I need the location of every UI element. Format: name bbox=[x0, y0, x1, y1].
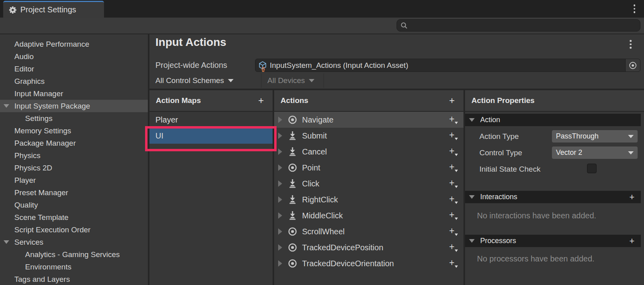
actions-title: Actions bbox=[274, 96, 308, 105]
devices-dropdown[interactable]: All Devices bbox=[267, 73, 314, 89]
add-binding-button[interactable]: + bbox=[449, 163, 458, 172]
sidebar-item-label: Script Execution Order bbox=[0, 226, 90, 234]
expand-arrow-icon[interactable] bbox=[278, 244, 282, 251]
sidebar-item-label: Player bbox=[0, 176, 36, 185]
sidebar-item-scene-template[interactable]: Scene Template bbox=[0, 211, 148, 224]
sidebar-item-physics[interactable]: Physics bbox=[0, 149, 148, 162]
sidebar-item-quality[interactable]: Quality bbox=[0, 199, 148, 211]
control-schemes-dropdown[interactable]: All Control Schemes bbox=[155, 73, 234, 89]
expand-arrow-icon[interactable] bbox=[278, 196, 282, 203]
gear-icon bbox=[9, 6, 17, 14]
search-input[interactable] bbox=[408, 21, 633, 30]
sidebar-item-environments[interactable]: Environments bbox=[0, 261, 148, 273]
processors-section-foldout[interactable]: Processors + bbox=[465, 235, 641, 247]
sidebar-item-label: Tags and Layers bbox=[0, 275, 70, 284]
sidebar-item-adaptive-performance[interactable]: Adaptive Performance bbox=[0, 38, 148, 50]
sidebar-item-input-system-package[interactable]: Input System Package bbox=[0, 100, 148, 112]
vector2-action-icon bbox=[287, 162, 298, 173]
action-section-foldout[interactable]: Action bbox=[465, 114, 641, 126]
initial-state-check-checkbox[interactable] bbox=[587, 164, 597, 173]
sidebar-item-label: Physics 2D bbox=[0, 164, 52, 172]
add-binding-button[interactable]: + bbox=[449, 259, 458, 268]
add-binding-button[interactable]: + bbox=[449, 243, 458, 252]
action-label: Cancel bbox=[302, 147, 327, 156]
project-settings-window: Project Settings Adaptive PerformanceAud… bbox=[0, 0, 644, 285]
expand-arrow-icon[interactable] bbox=[278, 148, 282, 155]
button-action-icon bbox=[287, 131, 298, 141]
vector2-action-icon bbox=[287, 115, 298, 125]
sidebar-item-input-manager[interactable]: Input Manager bbox=[0, 87, 148, 100]
action-row-middleclick[interactable]: MiddleClick+ bbox=[274, 208, 463, 224]
sidebar-item-package-manager[interactable]: Package Manager bbox=[0, 137, 148, 149]
plus-icon: + bbox=[449, 241, 454, 252]
sidebar-item-settings[interactable]: Settings bbox=[0, 112, 148, 125]
add-binding-button[interactable]: + bbox=[449, 147, 458, 156]
action-row-trackeddeviceposition[interactable]: TrackedDevicePosition+ bbox=[274, 239, 463, 255]
add-action-map-button[interactable]: + bbox=[258, 97, 264, 105]
expand-arrow-icon[interactable] bbox=[278, 212, 282, 219]
search-box[interactable] bbox=[397, 19, 640, 32]
expand-arrow-icon[interactable] bbox=[278, 228, 282, 235]
sidebar-item-script-execution-order[interactable]: Script Execution Order bbox=[0, 224, 148, 236]
action-map-label: UI bbox=[149, 131, 163, 141]
action-maps-title: Action Maps bbox=[149, 96, 201, 105]
object-picker-button[interactable] bbox=[625, 59, 640, 71]
add-binding-button[interactable]: + bbox=[449, 227, 458, 236]
sidebar-item-graphics[interactable]: Graphics bbox=[0, 75, 148, 87]
action-row-click[interactable]: Click+ bbox=[274, 176, 463, 192]
expand-arrow-icon[interactable] bbox=[278, 117, 282, 123]
sidebar-item-editor[interactable]: Editor bbox=[0, 63, 148, 75]
plus-icon: + bbox=[449, 194, 454, 204]
action-section-title: Action bbox=[480, 116, 500, 124]
sidebar-item-physics-2d[interactable]: Physics 2D bbox=[0, 162, 148, 174]
sidebar-item-analytics-gaming-services[interactable]: Analytics - Gaming Services bbox=[0, 248, 148, 261]
action-row-submit[interactable]: Submit+ bbox=[274, 128, 463, 144]
tab-project-settings[interactable]: Project Settings bbox=[3, 1, 104, 18]
window-menu-icon[interactable] bbox=[634, 4, 636, 13]
add-binding-button[interactable]: + bbox=[449, 195, 458, 204]
expand-arrow-icon[interactable] bbox=[278, 133, 282, 139]
add-binding-button[interactable]: + bbox=[449, 115, 458, 125]
chevron-down-icon bbox=[228, 79, 234, 82]
add-binding-button[interactable]: + bbox=[449, 179, 458, 188]
sidebar-item-tags-and-layers[interactable]: Tags and Layers bbox=[0, 273, 148, 285]
interactions-title: Interactions bbox=[480, 193, 517, 201]
action-row-scrollwheel[interactable]: ScrollWheel+ bbox=[274, 224, 463, 239]
sidebar-item-player[interactable]: Player bbox=[0, 174, 148, 186]
expand-arrow-icon[interactable] bbox=[278, 260, 282, 267]
add-processor-button[interactable]: + bbox=[629, 236, 634, 246]
action-row-navigate[interactable]: Navigate+ bbox=[274, 112, 463, 128]
action-type-dropdown[interactable]: PassThrough bbox=[552, 130, 638, 142]
interactions-section-foldout[interactable]: Interactions + bbox=[465, 191, 641, 203]
foldout-open-icon[interactable] bbox=[4, 104, 9, 108]
vector2-action-icon bbox=[287, 226, 298, 237]
sidebar-item-audio[interactable]: Audio bbox=[0, 50, 148, 63]
action-list: Navigate+Submit+Cancel+Point+Click+Right… bbox=[274, 112, 463, 271]
action-map-row-player[interactable]: Player bbox=[149, 112, 273, 128]
action-row-cancel[interactable]: Cancel+ bbox=[274, 144, 463, 160]
foldout-open-icon[interactable] bbox=[4, 240, 9, 244]
plus-icon: + bbox=[449, 162, 454, 172]
action-map-row-ui[interactable]: UI bbox=[149, 128, 273, 144]
action-row-trackeddeviceorientation[interactable]: TrackedDeviceOrientation+ bbox=[274, 255, 463, 271]
input-actions-menu-icon[interactable] bbox=[630, 40, 632, 49]
sidebar-item-services[interactable]: Services bbox=[0, 236, 148, 248]
action-row-point[interactable]: Point+ bbox=[274, 160, 463, 176]
sidebar-item-preset-manager[interactable]: Preset Manager bbox=[0, 186, 148, 199]
action-row-rightclick[interactable]: RightClick+ bbox=[274, 192, 463, 208]
plus-icon: + bbox=[449, 226, 454, 236]
control-type-dropdown[interactable]: Vector 2 bbox=[552, 146, 638, 159]
action-properties-panel: Action Properties Action Action Type Pas… bbox=[465, 90, 644, 285]
action-label: ScrollWheel bbox=[302, 227, 345, 236]
add-binding-button[interactable]: + bbox=[449, 211, 458, 220]
add-interaction-button[interactable]: + bbox=[629, 192, 634, 202]
expand-arrow-icon[interactable] bbox=[278, 180, 282, 187]
processors-title: Processors bbox=[480, 237, 516, 245]
add-binding-button[interactable]: + bbox=[449, 131, 458, 141]
input-actions-pane: Input Actions Project-wide Actions {} In… bbox=[149, 34, 644, 285]
actions-panel: Actions + Navigate+Submit+Cancel+Point+C… bbox=[274, 90, 463, 285]
sidebar-item-memory-settings[interactable]: Memory Settings bbox=[0, 125, 148, 137]
expand-arrow-icon[interactable] bbox=[278, 164, 282, 171]
asset-object-field[interactable]: {} InputSystem_Actions (Input Action Ass… bbox=[255, 59, 640, 72]
add-action-button[interactable]: + bbox=[449, 97, 455, 105]
